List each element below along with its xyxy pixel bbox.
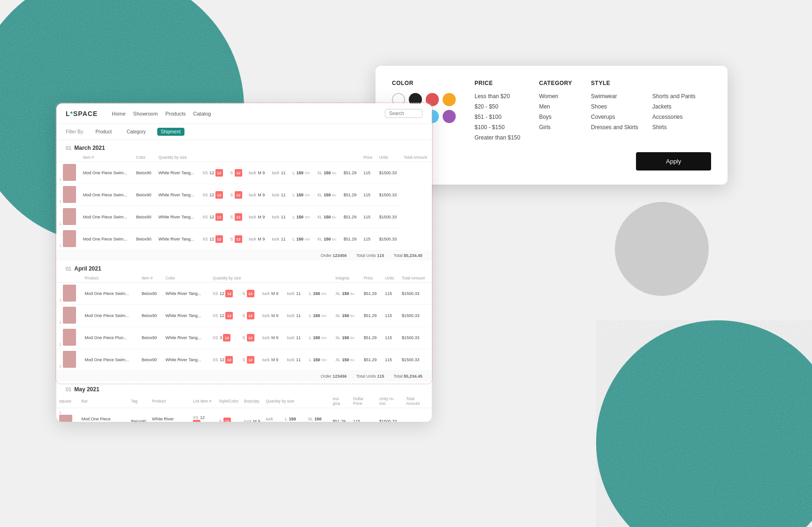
table-row: 1 Mod One Piece Swim... Beiox90 White Ri… [56,349,432,371]
category-option-2[interactable]: Boys [539,114,572,120]
bg-circle-top-right [615,202,709,296]
category-section: CATEGORY WomenMenBoysGirls [539,80,572,141]
table-row: 1 Mod One Piece Swim... Beiox90 White Ri… [56,228,432,250]
table-row: 1 Mod One Piece Swim... Beiox90 White Ri… [56,305,432,327]
style-col2-option-1[interactable]: Jackets [652,103,696,110]
april-summary-top: Order 123456 Total Units 115 Total $5,23… [56,250,432,261]
april-order: Order 123456 [321,253,347,258]
section-3-num: 01 [66,387,71,392]
product-panel: L*SPACE Home Showroom Products Catalog F… [56,103,432,422]
product-thumb [63,285,76,302]
product-thumb [59,415,72,422]
filter-by-label: Filter By: [66,129,84,134]
filter-bar: Filter By: Product Category Shipment [56,124,432,140]
filter-tab-shipment[interactable]: Shipment [157,128,184,136]
section-april-header: 01 April 2021 [56,261,432,274]
price-option-0[interactable]: Less than $20 [475,93,520,100]
filter-tab-category[interactable]: Category [123,128,150,136]
filter-tab-product[interactable]: Product [92,128,115,136]
section-march-header: 01 March 2021 [56,140,432,153]
style-col2-option-0[interactable]: Shorts and Pants [652,93,696,100]
product-thumb [63,329,76,346]
style-col1-option-3[interactable]: Dresses and Skirts [591,124,638,131]
may-total: Total $5,234.45 [393,374,422,379]
table-row: 1 Mod One Piece Swim... Beiox90 White Ri… [56,283,432,305]
category-options: WomenMenBoysGirls [539,93,572,131]
apply-button[interactable]: Apply [636,152,711,170]
table-row: 1 Mod One Piece Swim... Beiox90 White Ri… [56,408,432,422]
category-option-0[interactable]: Women [539,93,572,100]
bg-circle-bottom-right [596,320,812,527]
march-table: Item # Color Quantity by size Price Unit… [56,153,432,250]
section-1-title: March 2021 [74,145,105,151]
table-row: 1 Mod One Piece Plun... Beiox90 White Ri… [56,327,432,349]
nav-links: Home Showroom Products Catalog [112,111,211,116]
section-may-header: 01 May 2021 [56,381,432,395]
style-label: STYLE [591,80,696,86]
style-col2: Shorts and PantsJacketsAccessoriesShirts [652,93,696,131]
section-3-title: May 2021 [74,386,99,393]
color-swatch-3[interactable] [443,93,456,106]
style-col1-option-2[interactable]: Coverups [591,114,638,120]
style-col2-option-3[interactable]: Shirts [652,124,696,131]
april-total: Total $5,234.45 [393,253,422,258]
product-thumb [63,208,76,225]
price-options: Less than $20$20 - $50$51 - $100$100 - $… [475,93,520,141]
nav-catalog[interactable]: Catalog [193,111,211,116]
style-col1-option-0[interactable]: Swimwear [591,93,638,100]
may-units: Total Units 115 [356,374,384,379]
product-thumb [63,230,76,247]
price-option-3[interactable]: $100 - $150 [475,124,520,131]
style-col1-option-1[interactable]: Shoes [591,103,638,110]
product-thumb [63,186,76,203]
search-input[interactable] [385,109,422,118]
category-label: CATEGORY [539,80,572,86]
price-option-1[interactable]: $20 - $50 [475,103,520,110]
style-col2-option-2[interactable]: Accessories [652,114,696,120]
section-1-num: 01 [66,145,71,151]
style-section: STYLE SwimwearShoesCoverupsDresses and S… [591,80,696,141]
section-2-title: April 2021 [74,265,101,272]
may-summary-top: Order 123456 Total Units 115 Total $5,23… [56,371,432,381]
category-option-3[interactable]: Girls [539,124,572,131]
may-table: square Bar Tag Product List Item # Style… [56,395,432,422]
april-units: Total Units 115 [356,253,384,258]
april-table: Product Item # Color Quantity by size In… [56,274,432,371]
color-swatch-7[interactable] [443,110,456,123]
price-option-2[interactable]: $51 - $100 [475,114,520,120]
table-row: 1 Mod One Piece Swim... Beiox90 White Ri… [56,162,432,184]
may-order: Order 123456 [321,374,347,379]
logo: L*SPACE [66,110,98,117]
color-label: COLOR [392,80,456,86]
table-row: 1 Mod One Piece Swim... Beiox90 White Ri… [56,184,432,206]
table-row: 1 Mod One Piece Swim... Beiox90 White Ri… [56,206,432,228]
price-section: PRICE Less than $20$20 - $50$51 - $100$1… [475,80,520,141]
category-option-1[interactable]: Men [539,103,572,110]
price-label: PRICE [475,80,520,86]
product-thumb [63,351,76,368]
nav-showroom[interactable]: Showroom [133,111,158,116]
product-thumb [63,307,76,324]
nav-products[interactable]: Products [165,111,185,116]
nav-bar: L*SPACE Home Showroom Products Catalog [56,103,432,124]
price-option-4[interactable]: Greater than $150 [475,134,520,141]
section-2-num: 01 [66,266,71,271]
panel-scroll: 01 March 2021 Item # Color Quantity by s… [56,140,432,422]
nav-home[interactable]: Home [112,111,125,116]
product-thumb [63,164,76,181]
style-col1: SwimwearShoesCoverupsDresses and Skirts [591,93,638,131]
